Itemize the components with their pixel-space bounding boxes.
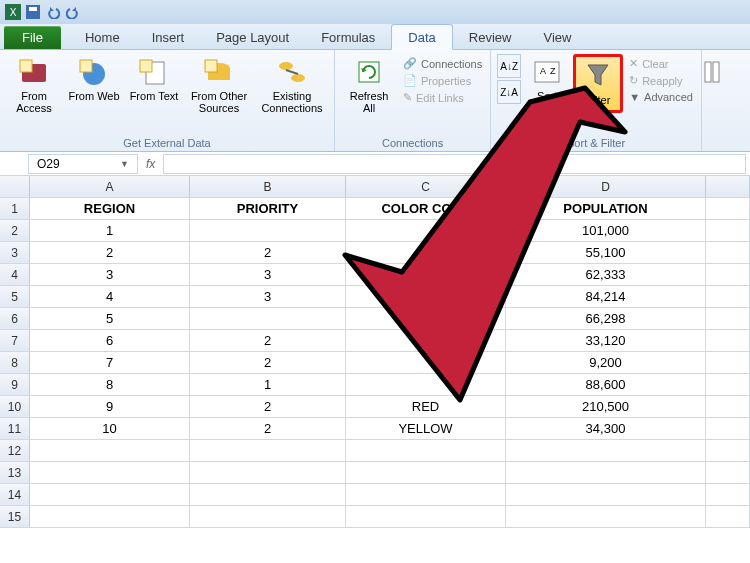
cell[interactable]	[30, 462, 190, 483]
row-header[interactable]: 5	[0, 286, 30, 307]
cell[interactable]	[706, 198, 750, 219]
cell[interactable]	[346, 220, 506, 241]
save-icon[interactable]	[24, 3, 42, 21]
cell[interactable]: 5	[30, 308, 190, 329]
cell[interactable]	[190, 440, 346, 461]
cell[interactable]	[346, 462, 506, 483]
cell[interactable]	[30, 484, 190, 505]
cell[interactable]	[346, 242, 506, 263]
row-header[interactable]: 8	[0, 352, 30, 373]
cell[interactable]	[506, 484, 706, 505]
cell[interactable]	[706, 242, 750, 263]
cell[interactable]: 2	[30, 242, 190, 263]
cell[interactable]	[190, 220, 346, 241]
cell[interactable]: 6	[30, 330, 190, 351]
col-header-A[interactable]: A	[30, 176, 190, 197]
cell[interactable]	[706, 418, 750, 439]
cell[interactable]	[30, 440, 190, 461]
cell[interactable]	[346, 506, 506, 527]
text-to-columns-button[interactable]	[708, 54, 730, 90]
cell[interactable]: 101,000	[506, 220, 706, 241]
cell[interactable]: 2	[190, 242, 346, 263]
cell[interactable]: 34,300	[506, 418, 706, 439]
edit-links-button[interactable]: ✎Edit Links	[401, 90, 484, 105]
cell[interactable]	[346, 264, 506, 285]
tab-page-layout[interactable]: Page Layout	[200, 25, 305, 49]
tab-data[interactable]: Data	[391, 24, 452, 50]
existing-connections-button[interactable]: Existing Connections	[256, 54, 328, 116]
cell[interactable]	[706, 374, 750, 395]
row-header[interactable]: 10	[0, 396, 30, 417]
cell[interactable]: 66,298	[506, 308, 706, 329]
cell[interactable]: 9,200	[506, 352, 706, 373]
select-all-cell[interactable]	[0, 176, 30, 197]
col-header-B[interactable]: B	[190, 176, 346, 197]
cell[interactable]	[346, 374, 506, 395]
row-header[interactable]: 4	[0, 264, 30, 285]
cell[interactable]	[506, 440, 706, 461]
sort-button[interactable]: AZ Sort	[525, 54, 569, 104]
tab-review[interactable]: Review	[453, 25, 528, 49]
cell[interactable]: 9	[30, 396, 190, 417]
cell[interactable]	[706, 308, 750, 329]
cell[interactable]: YELLOW	[346, 418, 506, 439]
cell[interactable]	[706, 396, 750, 417]
row-header[interactable]: 12	[0, 440, 30, 461]
cell[interactable]	[190, 462, 346, 483]
cell[interactable]: 8	[30, 374, 190, 395]
cell[interactable]: 33,120	[506, 330, 706, 351]
cell[interactable]: PRIORITY	[190, 198, 346, 219]
row-header[interactable]: 11	[0, 418, 30, 439]
col-header-E[interactable]	[706, 176, 750, 197]
clear-button[interactable]: ✕Clear	[627, 56, 695, 71]
cell[interactable]	[346, 484, 506, 505]
cell[interactable]: 2	[190, 330, 346, 351]
connections-button[interactable]: 🔗Connections	[401, 56, 484, 71]
cell[interactable]: 3	[30, 264, 190, 285]
tab-formulas[interactable]: Formulas	[305, 25, 391, 49]
from-text-button[interactable]: From Text	[126, 54, 182, 104]
cell[interactable]	[346, 286, 506, 307]
cell[interactable]	[706, 220, 750, 241]
cell[interactable]	[346, 330, 506, 351]
cell[interactable]	[190, 308, 346, 329]
cell[interactable]	[346, 308, 506, 329]
row-header[interactable]: 3	[0, 242, 30, 263]
cell[interactable]: 55,100	[506, 242, 706, 263]
sort-desc-button[interactable]: Z↓A	[497, 80, 521, 104]
chevron-down-icon[interactable]: ▼	[120, 159, 129, 169]
tab-view[interactable]: View	[527, 25, 587, 49]
reapply-button[interactable]: ↻Reapply	[627, 73, 695, 88]
from-access-button[interactable]: From Access	[6, 54, 62, 116]
cell[interactable]	[706, 352, 750, 373]
cell[interactable]	[346, 352, 506, 373]
row-header[interactable]: 15	[0, 506, 30, 527]
cell[interactable]: 2	[190, 396, 346, 417]
cell[interactable]: 2	[190, 352, 346, 373]
undo-icon[interactable]	[44, 3, 62, 21]
cell[interactable]	[706, 264, 750, 285]
from-web-button[interactable]: From Web	[66, 54, 122, 104]
from-other-sources-button[interactable]: From Other Sources	[186, 54, 252, 116]
row-header[interactable]: 14	[0, 484, 30, 505]
cell[interactable]: 88,600	[506, 374, 706, 395]
cell[interactable]	[706, 286, 750, 307]
cell[interactable]: 210,500	[506, 396, 706, 417]
cell[interactable]: 2	[190, 418, 346, 439]
cell[interactable]	[190, 484, 346, 505]
fx-label[interactable]: fx	[146, 157, 155, 171]
col-header-C[interactable]: C	[346, 176, 506, 197]
cell[interactable]	[506, 506, 706, 527]
formula-input[interactable]	[163, 154, 746, 174]
cell[interactable]: COLOR CODE	[346, 198, 506, 219]
cell[interactable]	[190, 506, 346, 527]
cell[interactable]: 62,333	[506, 264, 706, 285]
cell[interactable]	[30, 506, 190, 527]
cell[interactable]	[506, 462, 706, 483]
refresh-all-button[interactable]: Refresh All	[341, 54, 397, 116]
cell[interactable]	[706, 506, 750, 527]
cell[interactable]: 3	[190, 264, 346, 285]
tab-insert[interactable]: Insert	[136, 25, 201, 49]
cell[interactable]: REGION	[30, 198, 190, 219]
cell[interactable]	[706, 462, 750, 483]
